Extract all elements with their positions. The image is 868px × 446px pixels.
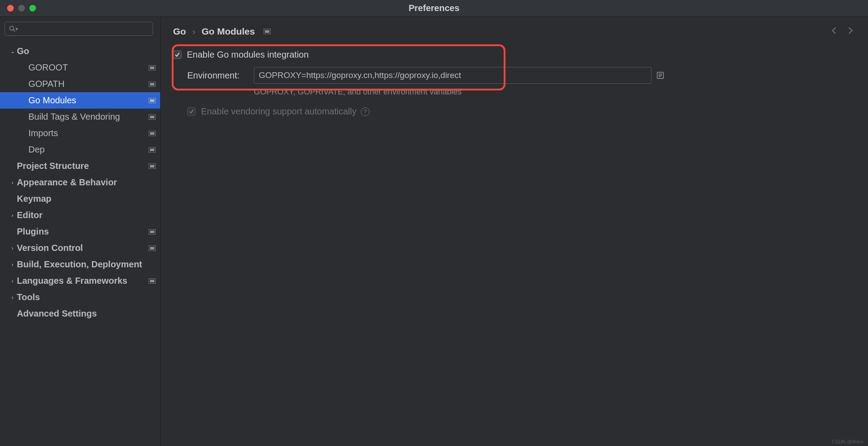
sidebar-item-label: Build Tags & Vendoring <box>28 112 149 122</box>
sidebar-item-label: Go Modules <box>28 95 149 106</box>
svg-rect-17 <box>150 231 154 233</box>
settings-tree: ⌄GoGOROOTGOPATHGo ModulesBuild Tags & Ve… <box>0 40 160 446</box>
environment-label: Environment: <box>187 70 254 81</box>
breadcrumb-current: Go Modules <box>201 26 255 37</box>
nav-forward-button[interactable] <box>845 25 856 38</box>
sidebar-item-label: Editor <box>17 210 156 220</box>
arrow-icon: › <box>8 245 17 251</box>
project-scope-icon <box>149 114 156 120</box>
sidebar-item-label: Languages & Frameworks <box>17 276 149 286</box>
sidebar-item-label: Advanced Settings <box>17 309 156 319</box>
project-scope-icon <box>149 65 156 70</box>
project-scope-icon <box>149 82 156 87</box>
sidebar-item-imports[interactable]: Imports <box>0 125 160 141</box>
sidebar-item-project-structure[interactable]: Project Structure <box>0 158 160 174</box>
svg-rect-9 <box>150 116 154 118</box>
arrow-icon: › <box>8 278 17 284</box>
svg-rect-21 <box>150 280 154 282</box>
project-scope-icon <box>149 131 156 136</box>
arrow-icon: › <box>8 212 17 219</box>
svg-rect-13 <box>150 149 154 151</box>
svg-rect-15 <box>150 165 154 168</box>
sidebar-item-label: Appearance & Behavior <box>17 177 156 188</box>
sidebar-item-label: Tools <box>17 292 156 302</box>
environment-hint: GOPROXY, GOPRIVATE, and other environmen… <box>173 87 856 97</box>
watermark: CSDN @dnice <box>832 439 864 444</box>
sidebar-item-label: Dep <box>28 145 149 155</box>
sidebar-item-label: GOROOT <box>28 63 149 73</box>
expand-env-button[interactable] <box>654 69 667 82</box>
svg-rect-19 <box>150 247 154 250</box>
sidebar-item-dep[interactable]: Dep <box>0 141 160 158</box>
sidebar-item-languages-frameworks[interactable]: ›Languages & Frameworks <box>0 273 160 289</box>
sidebar-item-label: Keymap <box>17 194 156 204</box>
sidebar-item-label: Version Control <box>17 243 149 253</box>
sidebar-item-label: Build, Execution, Deployment <box>17 259 156 270</box>
titlebar: Preferences <box>0 0 868 17</box>
sidebar-item-label: Go <box>17 46 156 56</box>
arrow-icon: › <box>8 179 17 186</box>
project-scope-icon <box>149 278 156 284</box>
enable-modules-label: Enable Go modules integration <box>187 50 309 60</box>
sidebar-item-go[interactable]: ⌄Go <box>0 43 160 59</box>
sidebar-item-tools[interactable]: ›Tools <box>0 289 160 305</box>
arrow-icon: ⌄ <box>8 48 17 55</box>
breadcrumb: Go › Go Modules <box>173 26 271 37</box>
search-input[interactable]: ▾ <box>4 22 153 36</box>
svg-line-1 <box>13 30 15 31</box>
breadcrumb-separator: › <box>192 26 195 37</box>
project-scope-icon <box>149 164 156 169</box>
sidebar-item-appearance-behavior[interactable]: ›Appearance & Behavior <box>0 174 160 191</box>
project-scope-icon <box>264 29 271 34</box>
sidebar-item-build-execution-deployment[interactable]: ›Build, Execution, Deployment <box>0 256 160 273</box>
arrow-icon: › <box>8 261 17 268</box>
nav-back-button[interactable] <box>829 25 840 38</box>
environment-input[interactable] <box>254 67 651 84</box>
vendoring-row: Enable vendoring support automatically ? <box>173 106 856 117</box>
project-scope-icon <box>149 246 156 251</box>
sidebar-item-editor[interactable]: ›Editor <box>0 207 160 223</box>
main-panel: Go › Go Modules <box>161 17 868 446</box>
enable-modules-checkbox[interactable] <box>173 51 181 59</box>
breadcrumb-root[interactable]: Go <box>173 26 186 37</box>
svg-point-0 <box>10 26 14 30</box>
svg-rect-3 <box>150 67 154 69</box>
vendoring-label: Enable vendoring support automatically <box>201 106 356 117</box>
enable-modules-row: Enable Go modules integration <box>173 50 856 60</box>
sidebar: ▾ ⌄GoGOROOTGOPATHGo ModulesBuild Tags & … <box>0 17 161 446</box>
sidebar-item-label: Imports <box>28 128 149 138</box>
project-scope-icon <box>149 98 156 103</box>
environment-row: Environment: <box>173 67 856 84</box>
svg-rect-7 <box>150 99 154 102</box>
svg-rect-5 <box>150 83 154 86</box>
sidebar-item-version-control[interactable]: ›Version Control <box>0 240 160 256</box>
sidebar-item-go-modules[interactable]: Go Modules <box>0 92 160 109</box>
sidebar-item-label: Project Structure <box>17 161 149 171</box>
svg-rect-23 <box>265 30 269 33</box>
sidebar-item-advanced-settings[interactable]: Advanced Settings <box>0 305 160 322</box>
arrow-icon: › <box>8 294 17 301</box>
sidebar-item-label: Plugins <box>17 227 149 237</box>
sidebar-item-build-tags-vendoring[interactable]: Build Tags & Vendoring <box>0 109 160 125</box>
sidebar-item-gopath[interactable]: GOPATH <box>0 76 160 92</box>
help-icon[interactable]: ? <box>361 107 370 116</box>
sidebar-item-keymap[interactable]: Keymap <box>0 191 160 207</box>
sidebar-item-plugins[interactable]: Plugins <box>0 223 160 240</box>
sidebar-item-label: GOPATH <box>28 79 149 89</box>
project-scope-icon <box>149 147 156 153</box>
vendoring-checkbox <box>187 107 196 116</box>
window-title: Preferences <box>0 3 868 13</box>
project-scope-icon <box>149 229 156 235</box>
sidebar-item-goroot[interactable]: GOROOT <box>0 59 160 76</box>
svg-rect-11 <box>150 132 154 135</box>
